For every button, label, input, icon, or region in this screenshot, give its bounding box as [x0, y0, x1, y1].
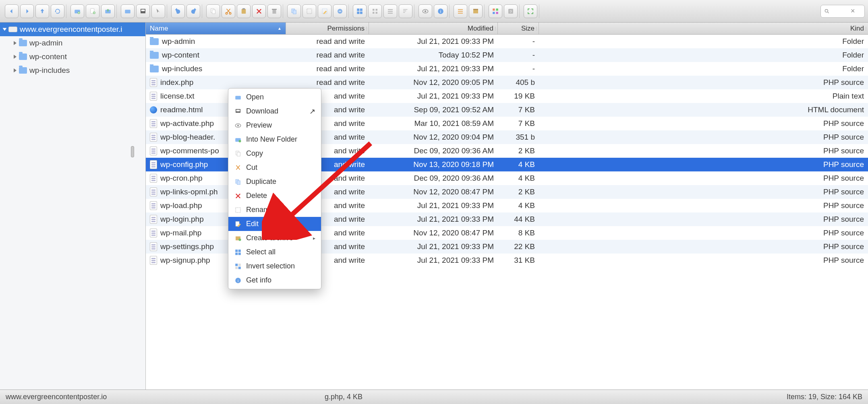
new-file-button[interactable] — [86, 4, 99, 18]
table-row[interactable]: index.phpread and writeNov 12, 2020 09:0… — [146, 76, 868, 89]
col-size[interactable]: Size ⋮⋮ — [498, 23, 539, 34]
file-name: wp-blog-header. — [160, 133, 215, 142]
undo-button[interactable] — [171, 4, 185, 18]
ctx-delete[interactable]: Delete — [228, 189, 321, 203]
small-icons-button[interactable] — [368, 4, 382, 18]
table-row[interactable]: wp-contentread and writeToday 10:52 PM-F… — [146, 48, 868, 62]
col-kind[interactable]: Kind ⋮⋮ — [539, 23, 868, 34]
file-icon — [150, 174, 157, 183]
table-row[interactable]: wp-adminread and writeJul 21, 2021 09:33… — [146, 35, 868, 48]
file-size: 8 KB — [498, 229, 539, 237]
chevron-right-icon — [14, 68, 17, 72]
sort-button[interactable] — [399, 4, 412, 18]
download-icon — [234, 107, 242, 115]
folder-open-icon — [234, 93, 242, 101]
preview-button[interactable] — [418, 4, 432, 18]
file-size: 2 KB — [498, 188, 539, 196]
splitter-handle[interactable] — [131, 146, 134, 157]
permissions-button[interactable] — [454, 4, 467, 18]
delete-button[interactable] — [252, 4, 266, 18]
file-kind: PHP source — [539, 174, 868, 183]
folder-icon — [150, 64, 159, 73]
ctx-create-archive[interactable]: Create archive▸ — [228, 231, 321, 245]
clear-search-icon[interactable]: × — [851, 7, 855, 15]
ctx-download[interactable]: Download↗ — [228, 104, 321, 118]
ctx-copy[interactable]: Copy — [228, 146, 321, 161]
file-name: wp-login.php — [160, 215, 204, 224]
ctx-rename[interactable]: Rename — [228, 203, 321, 217]
archive-button[interactable] — [469, 4, 483, 18]
file-icon — [150, 229, 157, 237]
search-input[interactable] — [832, 8, 848, 15]
list-view-button[interactable] — [383, 4, 397, 18]
svg-rect-19 — [307, 9, 312, 14]
ctx-preview[interactable]: Preview — [228, 118, 321, 132]
col-name[interactable]: Name ▲ — [146, 23, 286, 34]
link-button[interactable] — [333, 4, 347, 18]
file-size: 4 KB — [498, 174, 539, 183]
svg-rect-5 — [125, 10, 131, 13]
col-modified[interactable]: Modified ⋮⋮ — [369, 23, 498, 34]
new-folder-button[interactable] — [70, 4, 84, 18]
svg-point-11 — [226, 12, 228, 14]
sidebar-item[interactable]: wp-content — [0, 50, 145, 64]
cut-button[interactable] — [222, 4, 235, 18]
file-modified: Nov 13, 2020 09:18 PM — [369, 160, 498, 169]
ctx-cut[interactable]: Cut — [228, 161, 321, 175]
svg-rect-42 — [458, 12, 463, 13]
help-button[interactable]: ? — [504, 4, 518, 18]
svg-rect-48 — [496, 12, 498, 14]
paste-button[interactable] — [237, 4, 251, 18]
pointer-button[interactable] — [151, 4, 165, 18]
context-menu: Open Download↗ Preview Into New Folder C… — [228, 88, 321, 289]
ctx-edit[interactable]: Edit — [228, 217, 321, 231]
open-button[interactable] — [121, 4, 135, 18]
ctx-invert-selection[interactable]: Invert selection — [228, 259, 321, 273]
ctx-select-all[interactable]: Select all — [228, 245, 321, 259]
svg-point-37 — [425, 10, 427, 12]
svg-rect-13 — [242, 9, 246, 14]
file-name: wp-signup.php — [160, 256, 210, 265]
col-permissions[interactable]: Permissions ⋮⋮ — [286, 23, 369, 34]
file-icon — [150, 256, 157, 265]
forward-button[interactable] — [20, 4, 34, 18]
rename-button[interactable] — [318, 4, 331, 18]
duplicate-button[interactable] — [287, 4, 301, 18]
ctx-open[interactable]: Open — [228, 90, 321, 104]
svg-point-66 — [239, 238, 241, 241]
back-button[interactable] — [5, 4, 19, 18]
ctx-into-new-folder[interactable]: Into New Folder — [228, 132, 321, 146]
file-permissions: read and write — [286, 37, 369, 46]
svg-rect-54 — [236, 109, 240, 111]
redo-button[interactable] — [186, 4, 200, 18]
select-all-button[interactable] — [302, 4, 316, 18]
file-kind: PHP source — [539, 160, 868, 169]
ctx-label: Invert selection — [246, 262, 295, 270]
file-icon — [150, 78, 157, 87]
sidebar-item[interactable]: wp-admin — [0, 36, 145, 50]
table-row[interactable]: wp-includesread and writeJul 21, 2021 09… — [146, 62, 868, 76]
download-button[interactable] — [136, 4, 150, 18]
reload-button[interactable] — [51, 4, 64, 18]
search-box[interactable]: × — [820, 5, 865, 18]
copy-button[interactable] — [206, 4, 220, 18]
chevron-down-icon — [3, 28, 7, 31]
color-grid-button[interactable] — [489, 4, 502, 18]
svg-rect-25 — [360, 11, 363, 14]
file-name: readme.html — [160, 105, 203, 114]
ctx-get-info[interactable]: i Get info — [228, 273, 321, 287]
sidebar-root[interactable]: www.evergreencontentposter.i — [0, 23, 145, 36]
icons-view-button[interactable] — [353, 4, 367, 18]
trash-button[interactable] — [267, 4, 281, 18]
sidebar-item[interactable]: wp-includes — [0, 64, 145, 77]
fullscreen-button[interactable] — [524, 4, 537, 18]
ctx-duplicate[interactable]: Duplicate — [228, 175, 321, 189]
upload-button[interactable] — [101, 4, 115, 18]
svg-rect-45 — [493, 8, 495, 10]
folder-plus-icon — [234, 136, 242, 144]
sidebar-item-label: wp-content — [29, 52, 67, 61]
globe-icon — [150, 106, 157, 113]
up-button[interactable] — [35, 4, 49, 18]
getinfo-button[interactable]: i — [434, 4, 447, 18]
file-size: 22 KB — [498, 242, 539, 251]
